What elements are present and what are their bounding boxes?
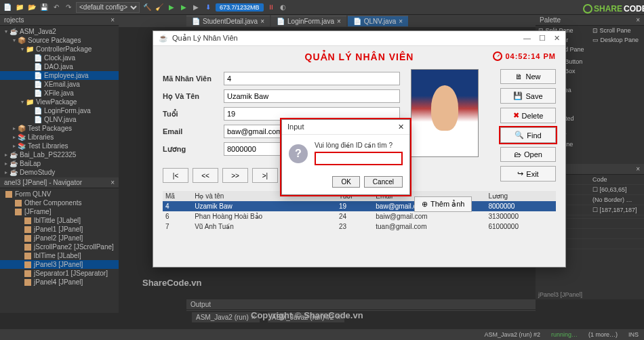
tree-item[interactable]: ▸☕DemoStudy	[0, 168, 119, 177]
undo-icon[interactable]: ↶	[52, 3, 61, 12]
new-button[interactable]: 🗎New	[500, 69, 556, 84]
palette-item[interactable]	[590, 114, 644, 130]
close-icon[interactable]: ✕	[554, 34, 560, 43]
exit-button[interactable]: ↪Exit	[500, 166, 556, 182]
navigator-item[interactable]: Form QLNV	[0, 190, 119, 198]
navigator-item[interactable]: jPanel3 [JPanel]	[0, 260, 119, 269]
palette-item[interactable]	[590, 149, 644, 158]
navigator-item[interactable]: jPanel1 [JPanel]	[0, 225, 119, 234]
navigator-panel: anel3 [JPanel] - Navigator × Form QLNVOt…	[0, 177, 119, 313]
palette-item[interactable]	[590, 104, 644, 114]
dialog-titlebar[interactable]: ☕ Quản Lý Nhân Viên — ☐ ✕	[153, 31, 565, 46]
tree-item[interactable]: ▾📁ControllerPackage	[0, 45, 119, 54]
navigator-item[interactable]: lblTime [JLabel]	[0, 251, 119, 260]
palette-item[interactable]: ⊡ Scroll Pane	[590, 26, 644, 35]
save-all-icon[interactable]: 💾	[39, 3, 49, 12]
palette-close-icon[interactable]: ×	[636, 16, 640, 24]
modal-titlebar[interactable]: Input ✕	[282, 120, 409, 135]
pause-icon[interactable]: ⏸	[266, 3, 276, 12]
redo-icon[interactable]: ↷	[64, 3, 73, 12]
tree-item[interactable]: ▾📦Source Packages	[0, 36, 119, 45]
input-id[interactable]	[224, 72, 400, 85]
palette-item[interactable]	[590, 140, 644, 149]
tree-item[interactable]: 📄DAO.java	[0, 62, 119, 71]
memory-indicator[interactable]: 673.7/1232MB	[216, 3, 264, 12]
clean-icon[interactable]: 🧹	[155, 3, 164, 12]
modal-input[interactable]	[315, 152, 403, 165]
palette-item[interactable]	[590, 45, 644, 54]
profile-icon[interactable]: ▶	[191, 3, 201, 12]
open-icon[interactable]: 📂	[27, 3, 37, 12]
output-tab-1[interactable]: ASM_Java2 (run)×	[192, 312, 260, 322]
palette-item[interactable]	[590, 66, 644, 76]
table-header[interactable]: Lương	[485, 191, 556, 201]
navigator-item[interactable]: jPanel2 [JPanel]	[0, 234, 119, 242]
palette-item[interactable]	[590, 85, 644, 95]
debug-icon[interactable]: ▶	[179, 3, 188, 12]
palette-item[interactable]	[590, 130, 644, 140]
find-button[interactable]: 🔍Find	[500, 127, 556, 143]
misc-icon[interactable]: ◐	[279, 3, 288, 12]
ok-button[interactable]: OK	[332, 176, 359, 188]
tree-item[interactable]: 📄Clock.java	[0, 54, 119, 62]
config-select[interactable]: <default config>	[76, 2, 140, 13]
palette-item[interactable]	[590, 95, 644, 104]
table-row[interactable]: 4Uzamik Baw19baw@gmail.com8000000	[163, 201, 556, 211]
table-header[interactable]: Mã	[163, 191, 192, 201]
editor-tab[interactable]: 📄LoginForm.java×	[271, 16, 346, 26]
projects-close-icon[interactable]: ×	[110, 16, 115, 24]
delete-button[interactable]: ✖Delete	[500, 108, 556, 123]
open-button[interactable]: 🗁Open	[500, 147, 556, 162]
properties-close-icon[interactable]: ×	[636, 165, 640, 173]
props-footer: jPanel3 [JPanel]	[538, 291, 582, 298]
tree-item[interactable]: 📄QLNV.java	[0, 115, 119, 124]
palette-item[interactable]: ▭ Desktop Pane	[590, 35, 644, 45]
add-photo-label: Thêm ảnh	[430, 200, 464, 209]
tree-item[interactable]: ▾☕ASM_Java2	[0, 27, 119, 36]
navigator-item[interactable]: Other Components	[0, 198, 119, 207]
new-project-icon[interactable]: 📁	[15, 3, 24, 12]
step-icon[interactable]: ⬇	[203, 3, 213, 12]
table-row[interactable]: 7Vũ Anh Tuấn23tuan@gmail.com61000000	[163, 221, 556, 232]
tree-item[interactable]: ▾📁ViewPackage	[0, 98, 119, 106]
last-button[interactable]: >|	[252, 168, 278, 183]
tree-item[interactable]: ▸📚Test Libraries	[0, 142, 119, 150]
navigator-item[interactable]: [JFrame]	[0, 207, 119, 216]
tree-item[interactable]: ▸☕Bai_Lab_PS22325	[0, 150, 119, 159]
add-photo-button[interactable]: ⊕ Thêm ảnh	[414, 196, 472, 212]
table-row[interactable]: 6Phan Hoàng Hoài Bảo24baiw@gmail.com3130…	[163, 211, 556, 221]
label-salary: Lương	[163, 145, 217, 154]
navigator-item[interactable]: jSeparator1 [JSeparator]	[0, 269, 119, 278]
run-icon[interactable]: ▶	[167, 3, 176, 12]
maximize-icon[interactable]: ☐	[539, 34, 546, 43]
tree-item[interactable]: 📄LoginForm.java	[0, 106, 119, 115]
modal-close-icon[interactable]: ✕	[398, 123, 404, 131]
input-name[interactable]	[224, 89, 400, 103]
tree-item[interactable]: 📄XFile.java	[0, 89, 119, 98]
palette-item[interactable]	[590, 76, 644, 85]
navigator-item[interactable]: jScrollPane2 [JScrollPane]	[0, 242, 119, 251]
palette-item[interactable]	[590, 57, 644, 66]
tree-item[interactable]: 📄XEmail.java	[0, 80, 119, 89]
hammer-icon[interactable]: 🔨	[142, 3, 152, 12]
tree-item[interactable]: ▸📚Libraries	[0, 133, 119, 142]
minimize-icon[interactable]: —	[523, 34, 531, 43]
tree-item[interactable]: ▸☕BaiLap	[0, 159, 119, 168]
editor-tab[interactable]: 📄QLNV.java×	[348, 16, 408, 26]
editor-tab[interactable]: 📄StudentDetail.java×	[186, 16, 270, 26]
next-button[interactable]: >>	[222, 168, 248, 183]
tree-item[interactable]: ▸📦Test Packages	[0, 124, 119, 133]
status-more[interactable]: (1 more…)	[588, 331, 618, 338]
palette-title: Palette ×	[536, 15, 644, 26]
first-button[interactable]: |<	[163, 168, 188, 183]
input-age[interactable]	[224, 107, 400, 121]
save-button[interactable]: 💾Save	[500, 88, 556, 104]
navigator-item[interactable]: lblTittle [JLabel]	[0, 216, 119, 225]
new-file-icon[interactable]: 📄	[3, 3, 12, 12]
props-tab-code[interactable]: Code	[590, 175, 644, 184]
tree-item[interactable]: 📄Employee.java	[0, 71, 119, 80]
navigator-close-icon[interactable]: ×	[110, 179, 115, 186]
prev-button[interactable]: <<	[193, 168, 218, 183]
navigator-item[interactable]: jPanel4 [JPanel]	[0, 278, 119, 286]
cancel-button[interactable]: Cancel	[364, 176, 403, 188]
